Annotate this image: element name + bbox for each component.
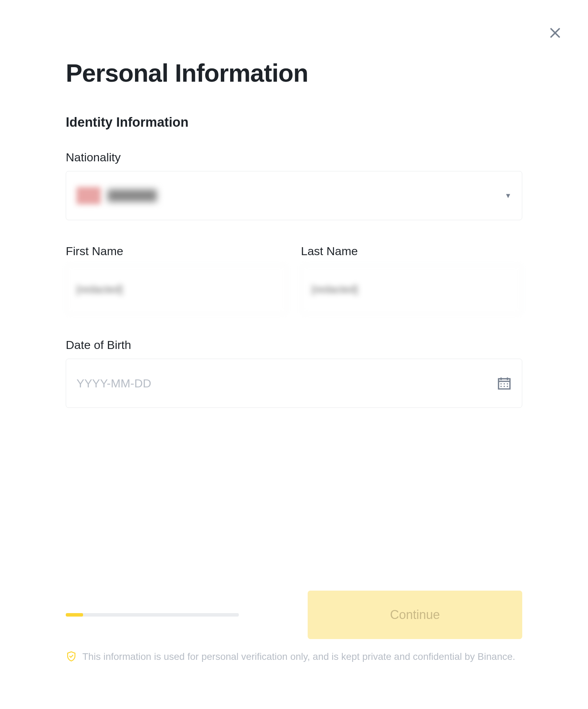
svg-point-4 [504, 386, 505, 387]
flag-icon [76, 187, 101, 204]
section-title: Identity Information [66, 115, 522, 130]
nationality-label: Nationality [66, 151, 522, 164]
svg-point-1 [504, 383, 505, 385]
close-button[interactable] [546, 24, 564, 42]
personal-info-modal: Personal Information Identity Informatio… [0, 0, 588, 709]
page-title: Personal Information [66, 59, 522, 87]
modal-footer: Continue This information is used for pe… [66, 591, 522, 664]
dob-input[interactable] [66, 359, 522, 408]
last-name-input[interactable] [301, 265, 523, 314]
progress-fill [66, 613, 83, 617]
chevron-down-icon: ▼ [505, 192, 512, 200]
svg-point-3 [500, 386, 502, 387]
svg-point-5 [507, 386, 508, 387]
first-name-input[interactable] [66, 265, 287, 314]
calendar-icon[interactable] [497, 376, 512, 391]
first-name-label: First Name [66, 244, 287, 258]
progress-bar [66, 613, 239, 617]
continue-button[interactable]: Continue [308, 591, 522, 639]
name-field-group: First Name Last Name [66, 244, 522, 314]
close-icon [546, 24, 564, 42]
dob-field-group: Date of Birth [66, 338, 522, 408]
disclaimer: This information is used for personal ve… [66, 649, 522, 664]
shield-check-icon [66, 651, 77, 662]
last-name-label: Last Name [301, 244, 523, 258]
nationality-value: [redacted] [108, 189, 505, 202]
svg-point-0 [500, 383, 502, 385]
svg-point-2 [507, 383, 508, 385]
nationality-field-group: Nationality [redacted] ▼ [66, 151, 522, 220]
disclaimer-text: This information is used for personal ve… [82, 649, 515, 664]
nationality-select[interactable]: [redacted] ▼ [66, 171, 522, 220]
dob-label: Date of Birth [66, 338, 522, 352]
